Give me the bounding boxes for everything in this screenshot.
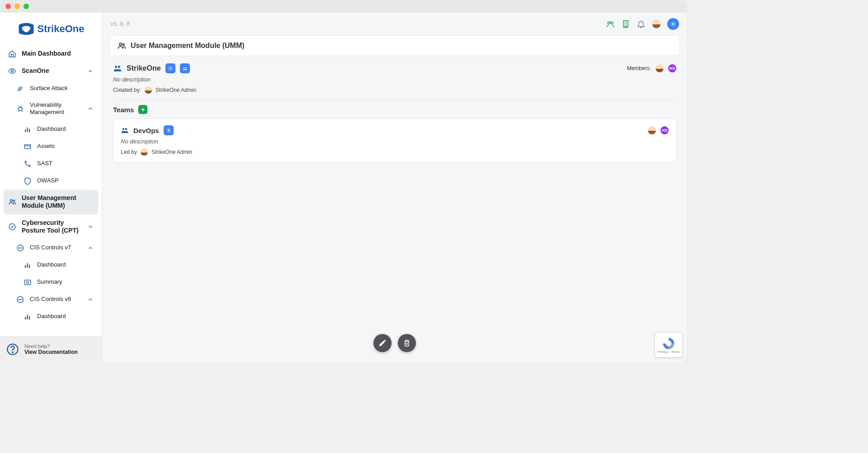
sidebar-item-label: Vulnerability Management — [30, 101, 82, 116]
bug-icon — [16, 105, 24, 113]
sidebar-item-label: User Management Module (UMM) — [22, 194, 94, 210]
led-by-label: Led by — [121, 149, 137, 155]
creator-avatar — [145, 86, 152, 94]
org-name: StrikeOne — [127, 64, 161, 72]
sidebar-item-label: Main Dashboard — [22, 50, 94, 58]
list-icon — [24, 278, 32, 286]
shield-icon — [24, 177, 32, 185]
teams-header: Teams + — [113, 105, 676, 114]
svg-rect-2 — [25, 129, 26, 132]
check-circle-icon — [8, 223, 16, 231]
sidebar-item-label: Assets — [37, 143, 94, 150]
svg-point-40 — [125, 128, 127, 130]
page-title: User Management Module (UMM) — [131, 42, 245, 50]
team-member-initials[interactable]: HS — [660, 126, 669, 134]
help-question: Need help? — [24, 343, 78, 349]
people-icon — [121, 126, 129, 134]
svg-point-9 — [13, 200, 15, 202]
theme-toggle-button[interactable] — [667, 18, 679, 30]
svg-point-37 — [183, 67, 184, 68]
help-box[interactable]: Need help? View Documentation — [0, 336, 102, 362]
maximize-window-icon[interactable] — [24, 4, 29, 9]
minimize-window-icon[interactable] — [14, 4, 20, 9]
sidebar-item-label: Dashboard — [37, 313, 94, 320]
svg-point-20 — [19, 299, 19, 300]
users-status-icon[interactable] — [606, 19, 615, 29]
attack-icon — [16, 84, 24, 92]
sidebar-item-cis8[interactable]: CIS Controls v8 — [4, 291, 98, 308]
sidebar-item-cis7-summary[interactable]: Summary — [4, 274, 98, 291]
svg-point-13 — [20, 248, 20, 248]
org-members-button[interactable] — [180, 63, 190, 73]
eye-icon — [8, 67, 16, 75]
sidebar-item-label: CIS Controls v8 — [30, 296, 82, 303]
sidebar-item-label: SAST — [37, 160, 94, 167]
bell-icon[interactable] — [637, 19, 646, 29]
created-by-name: StrikeOne Admin — [156, 87, 196, 93]
sidebar-item-main-dashboard[interactable]: Main Dashboard — [4, 45, 98, 62]
chart-icon — [24, 261, 32, 269]
svg-point-35 — [118, 66, 120, 68]
member-avatar-initials[interactable]: HS — [668, 64, 676, 72]
svg-rect-16 — [27, 263, 28, 268]
svg-rect-17 — [29, 264, 30, 268]
people-icon — [113, 64, 122, 73]
sidebar-item-assets[interactable]: Assets — [4, 138, 98, 155]
close-window-icon[interactable] — [5, 4, 11, 9]
sidebar: StrikeOne Main Dashboard ScanOne Surface… — [0, 13, 102, 362]
org-settings-button[interactable] — [165, 63, 175, 73]
users-icon — [8, 198, 16, 206]
svg-rect-23 — [25, 317, 26, 319]
sidebar-item-label: Dashboard — [37, 125, 94, 133]
fab-row — [373, 334, 416, 352]
sidebar-item-cis8-dashboard[interactable]: Dashboard — [4, 308, 98, 325]
sidebar-item-umm[interactable]: User Management Module (UMM) — [4, 190, 98, 215]
team-description: No description — [121, 138, 669, 145]
svg-point-12 — [19, 248, 19, 248]
chevron-up-icon — [87, 105, 94, 112]
sidebar-item-label: OWASP — [37, 177, 94, 184]
sidebar-item-surface-attack[interactable]: Surface Attack — [4, 80, 98, 97]
sidebar-item-scanone[interactable]: ScanOne — [4, 62, 98, 80]
svg-rect-15 — [25, 265, 26, 268]
building-icon[interactable] — [621, 19, 630, 29]
add-team-button[interactable]: + — [138, 105, 147, 114]
created-by-row: Created by: StrikeOne Admin — [113, 86, 676, 100]
sidebar-item-sast[interactable]: SAST — [4, 155, 98, 172]
card-icon — [24, 143, 32, 151]
team-member-avatar[interactable] — [648, 126, 656, 134]
sidebar-item-owasp[interactable]: OWASP — [4, 172, 98, 190]
svg-point-34 — [115, 66, 117, 68]
svg-point-21 — [20, 299, 20, 300]
sidebar-item-cis7[interactable]: CIS Controls v7 — [4, 239, 98, 257]
chart-icon — [24, 313, 32, 321]
nav: Main Dashboard ScanOne Surface Attack Vu… — [0, 45, 102, 336]
brand-logo[interactable]: StrikeOne — [0, 13, 102, 45]
sidebar-item-cpt[interactable]: Cybersecurity Posture Tool (CPT) — [4, 215, 98, 239]
svg-point-14 — [21, 248, 22, 248]
svg-point-7 — [29, 165, 30, 167]
user-avatar[interactable] — [652, 19, 661, 29]
chevron-up-icon — [87, 245, 94, 251]
recaptcha-badge[interactable]: Privacy - Terms — [655, 332, 683, 358]
created-by-label: Created by: — [113, 87, 141, 93]
sidebar-item-label: ScanOne — [22, 67, 82, 75]
svg-point-27 — [12, 352, 13, 353]
svg-rect-4 — [29, 129, 30, 132]
member-avatar[interactable] — [656, 64, 664, 72]
teams-label: Teams — [113, 106, 134, 114]
edit-fab-button[interactable] — [373, 334, 392, 352]
svg-point-36 — [170, 68, 171, 69]
team-card[interactable]: DevOps HS No description Led by StrikeOn… — [113, 119, 676, 162]
delete-fab-button[interactable] — [398, 334, 416, 352]
chevron-up-icon — [87, 296, 94, 303]
sidebar-item-vm-dashboard[interactable]: Dashboard — [4, 121, 98, 138]
svg-point-1 — [19, 107, 22, 111]
brand-name: StrikeOne — [38, 23, 85, 35]
svg-point-6 — [25, 161, 26, 162]
svg-point-0 — [11, 70, 14, 72]
led-by-name: StrikeOne Admin — [151, 149, 192, 155]
sidebar-item-vuln-mgmt[interactable]: Vulnerability Management — [4, 97, 98, 121]
sidebar-item-cis7-dashboard[interactable]: Dashboard — [4, 257, 98, 274]
team-settings-button[interactable] — [164, 125, 174, 135]
